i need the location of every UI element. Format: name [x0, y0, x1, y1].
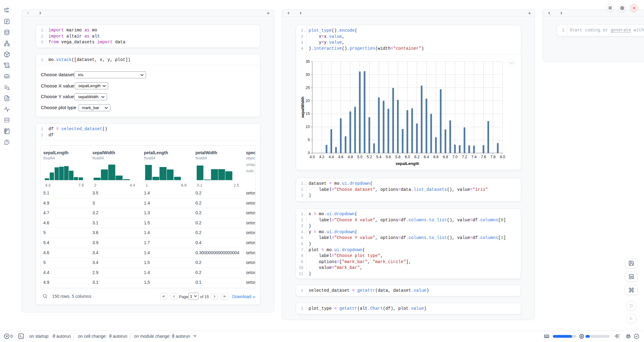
- svg-text:7.0: 7.0: [452, 155, 457, 159]
- svg-text:25: 25: [306, 86, 310, 90]
- svg-text:6.8: 6.8: [443, 155, 448, 159]
- svg-text:35: 35: [306, 59, 310, 64]
- svg-text:5.0: 5.0: [357, 155, 362, 159]
- svg-text:15: 15: [306, 112, 310, 116]
- svg-text:7.8: 7.8: [490, 155, 496, 159]
- svg-text:4.2: 4.2: [319, 155, 324, 159]
- svg-text:20: 20: [306, 99, 310, 103]
- svg-text:4.0: 4.0: [309, 155, 315, 159]
- svg-text:6.0: 6.0: [405, 155, 410, 159]
- svg-text:30: 30: [306, 73, 310, 77]
- svg-text:10: 10: [306, 125, 310, 129]
- svg-text:7.6: 7.6: [481, 155, 486, 159]
- svg-text:4.4: 4.4: [329, 155, 334, 159]
- svg-text:4.8: 4.8: [348, 155, 353, 159]
- svg-text:0: 0: [308, 151, 310, 155]
- svg-text:5.4: 5.4: [376, 155, 381, 159]
- svg-text:8.0: 8.0: [500, 155, 505, 159]
- svg-text:5.2: 5.2: [367, 155, 372, 159]
- svg-text:4.6: 4.6: [338, 155, 343, 159]
- svg-text:5.8: 5.8: [395, 155, 400, 159]
- svg-text:5: 5: [308, 138, 310, 142]
- svg-text:7.4: 7.4: [471, 155, 477, 159]
- svg-text:7.2: 7.2: [462, 155, 467, 159]
- svg-text:6.4: 6.4: [424, 155, 429, 159]
- svg-text:6.2: 6.2: [414, 155, 420, 159]
- svg-text:sepalWidth: sepalWidth: [300, 97, 305, 118]
- svg-text:sepalLength: sepalLength: [395, 161, 419, 166]
- svg-text:6.6: 6.6: [433, 155, 438, 159]
- svg-text:5.6: 5.6: [386, 155, 391, 159]
